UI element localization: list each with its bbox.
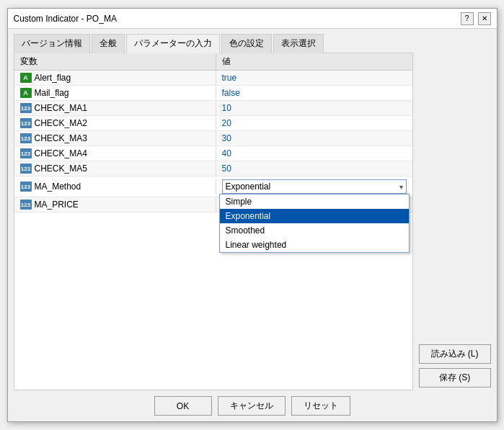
table-row: A Alert_flag true	[14, 71, 412, 86]
table-row: 123 CHECK_MA4 40	[14, 146, 412, 161]
table-header: 変数 値	[14, 53, 412, 71]
param-value[interactable]: 40	[216, 146, 412, 161]
tab-display[interactable]: 表示選択	[273, 34, 324, 53]
row-label: 123 MA_PRICE	[14, 197, 216, 212]
row-label: A Mail_flag	[14, 86, 216, 100]
ma-method-dropdown[interactable]: Exponential ▾	[222, 179, 407, 194]
param-name: CHECK_MA5	[35, 164, 87, 174]
param-name: MA_PRICE	[35, 200, 79, 210]
tab-params[interactable]: パラメーターの入力	[126, 34, 220, 53]
close-button[interactable]: ✕	[478, 12, 491, 25]
col-header-var: 変数	[14, 53, 216, 70]
reset-button[interactable]: リセット	[291, 396, 350, 416]
table-row: 123 CHECK_MA5 50	[14, 161, 412, 176]
help-button[interactable]: ?	[461, 12, 474, 25]
tab-general[interactable]: 全般	[92, 34, 125, 53]
param-value[interactable]: 10	[216, 101, 412, 115]
row-label: A Alert_flag	[14, 71, 216, 85]
row-label: 123 CHECK_MA3	[14, 131, 216, 145]
table-row: 123 CHECK_MA1 10	[14, 101, 412, 116]
tab-colors[interactable]: 色の設定	[221, 34, 272, 53]
param-name: Mail_flag	[35, 88, 69, 98]
param-name: CHECK_MA3	[35, 133, 87, 143]
save-button[interactable]: 保存 (S)	[419, 368, 491, 388]
row-label: 123 CHECK_MA5	[14, 161, 216, 176]
param-name: CHECK_MA4	[35, 148, 87, 158]
tab-bar: バージョン情報 全般 パラメーターの入力 色の設定 表示選択	[8, 29, 497, 53]
dialog-title: Custom Indicator - PO_MA	[14, 14, 117, 24]
load-button[interactable]: 読み込み (L)	[419, 344, 491, 364]
table-row: 123 CHECK_MA3 30	[14, 131, 412, 146]
num-icon: 123	[20, 182, 32, 192]
col-header-val: 値	[216, 53, 412, 70]
row-label: 123 CHECK_MA4	[14, 146, 216, 161]
footer-buttons: OK キャンセル リセット	[8, 390, 497, 421]
title-bar-controls: ? ✕	[461, 12, 491, 25]
ok-button[interactable]: OK	[154, 396, 212, 416]
param-name: CHECK_MA1	[35, 103, 87, 113]
param-value[interactable]: false	[216, 86, 412, 100]
param-table: 変数 値 A Alert_flag true A Mail_flag false	[14, 53, 413, 390]
right-buttons: 読み込み (L) 保存 (S)	[419, 53, 491, 390]
row-label: 123 MA_Method	[14, 179, 216, 194]
dropdown-item-smoothed[interactable]: Smoothed	[220, 223, 409, 238]
table-row: 123 CHECK_MA2 20	[14, 116, 412, 131]
table-row: A Mail_flag false	[14, 86, 412, 101]
row-label: 123 CHECK_MA2	[14, 116, 216, 130]
dialog: Custom Indicator - PO_MA ? ✕ バージョン情報 全般 …	[7, 8, 498, 422]
table-row-ma-method: 123 MA_Method Exponential ▾ Simple Expon…	[14, 176, 412, 197]
dropdown-selected-value: Exponential	[226, 182, 271, 192]
dropdown-item-simple[interactable]: Simple	[220, 194, 409, 209]
num-icon: 123	[20, 200, 32, 210]
dropdown-item-linear-weighted[interactable]: Linear weighted	[220, 238, 409, 252]
tab-version[interactable]: バージョン情報	[14, 34, 90, 53]
dropdown-menu: Simple Exponential Smoothed Linear weigh…	[219, 194, 410, 253]
param-value[interactable]: 30	[216, 131, 412, 145]
param-value[interactable]: 20	[216, 116, 412, 130]
num-icon: 123	[20, 118, 32, 128]
chevron-down-icon: ▾	[399, 183, 403, 191]
dropdown-item-exponential[interactable]: Exponential	[220, 209, 409, 223]
alert-icon: A	[20, 88, 32, 98]
param-value[interactable]: true	[216, 71, 412, 85]
num-icon: 123	[20, 148, 32, 158]
num-icon: 123	[20, 164, 32, 174]
alert-icon: A	[20, 73, 32, 83]
param-name: Alert_flag	[35, 73, 71, 83]
param-name: MA_Method	[35, 182, 81, 192]
num-icon: 123	[20, 133, 32, 143]
param-name: CHECK_MA2	[35, 118, 87, 128]
cancel-button[interactable]: キャンセル	[218, 396, 286, 416]
num-icon: 123	[20, 103, 32, 113]
row-label: 123 CHECK_MA1	[14, 101, 216, 115]
title-bar: Custom Indicator - PO_MA ? ✕	[8, 9, 497, 29]
param-value[interactable]: 50	[216, 161, 412, 176]
